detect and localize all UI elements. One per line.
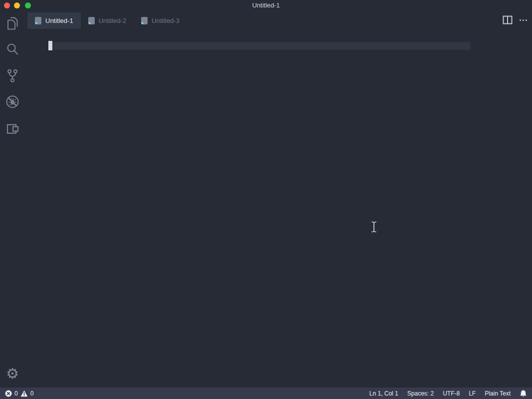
eol-setting[interactable]: LF: [469, 390, 476, 397]
indentation-setting[interactable]: Spaces: 2: [407, 390, 434, 397]
source-control-icon[interactable]: [5, 68, 20, 83]
status-bar: 0 0 Ln 1, Col 1 Spaces: 2 UTF-8 LF Plain…: [0, 388, 532, 399]
warning-icon: [20, 390, 28, 397]
file-icon: [141, 17, 148, 24]
extensions-icon[interactable]: [5, 121, 20, 136]
editor-area[interactable]: [25, 29, 532, 388]
encoding-setting[interactable]: UTF-8: [443, 390, 460, 397]
tab-label: Untitled-1: [45, 17, 73, 24]
editor-actions: [503, 11, 532, 29]
current-line-highlight: [53, 42, 471, 50]
status-bar-right: Ln 1, Col 1 Spaces: 2 UTF-8 LF Plain Tex…: [369, 390, 527, 398]
text-cursor-block: [48, 41, 52, 50]
more-actions-icon[interactable]: [520, 15, 527, 24]
problems-indicator[interactable]: 0 0: [5, 390, 33, 397]
tab-untitled-3[interactable]: Untitled-3: [134, 12, 187, 29]
tab-bar: Untitled-1 Untitled-2 Untitled-3: [25, 11, 532, 29]
explorer-icon[interactable]: [5, 16, 20, 31]
mouse-ibeam-cursor: [370, 220, 378, 233]
title-bar: Untitled-1: [0, 0, 532, 11]
file-icon: [88, 17, 95, 24]
vscode-window: { "window": { "title": "Untitled-1" }, "…: [0, 0, 532, 399]
split-editor-icon[interactable]: [503, 15, 513, 24]
status-bar-left: 0 0: [5, 390, 33, 397]
error-icon: [5, 390, 12, 397]
activity-bar: ⚙: [0, 11, 25, 388]
debug-icon[interactable]: [5, 94, 20, 109]
tab-untitled-2[interactable]: Untitled-2: [81, 12, 134, 29]
search-icon[interactable]: [5, 42, 20, 57]
cursor-position[interactable]: Ln 1, Col 1: [369, 390, 398, 397]
settings-gear-icon[interactable]: ⚙: [5, 366, 20, 381]
window-title: Untitled-1: [0, 0, 532, 11]
file-icon: [35, 17, 41, 24]
tab-untitled-1[interactable]: Untitled-1: [27, 12, 81, 29]
error-count: 0: [14, 390, 18, 397]
language-mode[interactable]: Plain Text: [485, 390, 511, 397]
notifications-bell-icon[interactable]: [520, 390, 527, 398]
tab-label: Untitled-2: [99, 17, 127, 24]
tab-label: Untitled-3: [152, 17, 179, 24]
warning-count: 0: [30, 390, 34, 397]
